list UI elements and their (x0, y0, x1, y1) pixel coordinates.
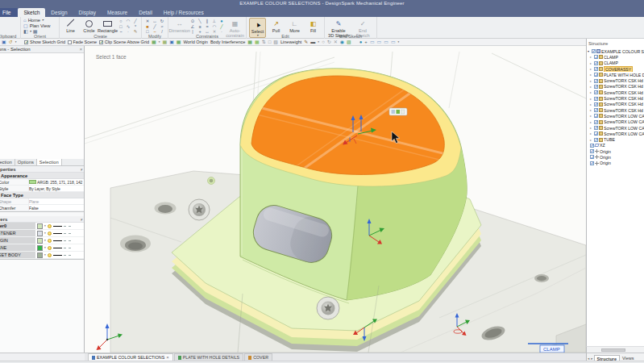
toolbar-icon[interactable]: ▭ (377, 39, 382, 45)
structure-tree-row[interactable]: ▸ ✓ ScrewTORX LOW CAP HE (587, 131, 644, 136)
visibility-checkbox[interactable]: ✓ (594, 61, 598, 65)
layer-visibility-bulb-icon[interactable] (48, 224, 52, 228)
toolbar-icon[interactable]: ▦ (247, 39, 252, 45)
structure-tree-row[interactable]: ▸ ✓ ScrewTORX LOW CAP HE (587, 119, 644, 125)
layer-line-weight[interactable] (64, 240, 71, 241)
structure-tree-row[interactable]: ▸ ✓ COVERASSY (587, 66, 644, 72)
layer-visibility-bulb-icon[interactable] (48, 239, 52, 243)
ribbon-tab[interactable]: File (0, 8, 18, 17)
chevron-down-icon[interactable]: ▾ (318, 40, 319, 44)
left-panel-tab[interactable]: Options (15, 159, 37, 165)
visibility-checkbox[interactable]: ✓ (594, 114, 598, 118)
visibility-checkbox[interactable]: ✓ (594, 79, 598, 83)
structure-hscrollbar[interactable] (586, 346, 644, 353)
chevron-down-icon[interactable]: ▾ (80, 216, 82, 223)
chevron-down-icon[interactable]: ▾ (44, 224, 46, 227)
toolbar-icon[interactable]: ▦ (255, 39, 260, 45)
toolbar-icon[interactable]: ▭ (391, 39, 396, 45)
rectangle-tool-button[interactable]: Rectangle (99, 18, 116, 35)
visibility-checkbox[interactable]: ✓ (594, 97, 598, 101)
structure-tree-row[interactable]: ▸ ✓ CLAMP (587, 60, 644, 66)
ribbon-tab[interactable]: Design (45, 8, 73, 17)
toolbar-icon[interactable]: ↺ (9, 39, 13, 45)
home-button[interactable]: ⌂Home▾ (23, 18, 56, 23)
layer-line-weight[interactable] (64, 255, 71, 256)
ribbon-tab[interactable]: Detail (133, 8, 158, 17)
toolbar-checkbox[interactable]: ✓Clip Scene Above Grid (99, 40, 149, 44)
ribbon-tab[interactable]: Sketch (18, 8, 45, 17)
checkbox-box[interactable]: ✓ (99, 40, 103, 44)
toolbar-icon[interactable]: ▣ (169, 39, 174, 45)
toolbar-text-button[interactable]: World Origin (183, 40, 207, 44)
structure-tree-row[interactable]: ▸ ✓ ScrewTORX CSK Hd ISO 1 (587, 95, 644, 101)
visibility-checkbox[interactable]: ✓ (594, 126, 598, 130)
panel-pin-icon[interactable]: × (79, 46, 82, 53)
layer-color-swatch[interactable] (37, 231, 43, 236)
scrollbar-thumb[interactable] (601, 348, 625, 352)
expand-icon[interactable]: ▸ (590, 79, 593, 83)
structure-tree-row[interactable]: ✓ XZ (587, 143, 644, 148)
structure-tree-row[interactable]: ▸ ✓ TUBE (587, 136, 644, 142)
structure-tree-row[interactable]: ✓ Origin (587, 154, 644, 160)
color-swatch[interactable] (29, 180, 36, 184)
visibility-checkbox[interactable]: ✓ (594, 120, 598, 124)
visibility-checkbox[interactable]: ✓ (590, 144, 594, 148)
layer-line-style[interactable] (53, 226, 62, 227)
document-tab[interactable]: PLATE WITH HOLE DETAILS (174, 353, 243, 361)
clipboard-tool-icon[interactable]: ■ (0, 23, 18, 28)
toolbar-icon[interactable]: ✕ (334, 39, 338, 45)
layer-row[interactable]: Layer0 ▾ (0, 223, 84, 230)
visibility-checkbox[interactable]: ✓ (594, 131, 598, 136)
expand-icon[interactable]: ▸ (590, 90, 593, 94)
structure-tree-row[interactable]: ▸ ✓ ScrewTORX CSK Hd ISO 1 (587, 77, 644, 83)
expand-icon[interactable]: ▸ (590, 61, 593, 65)
toolbar-icon[interactable]: ⇅ (262, 39, 266, 45)
toolbar-icon[interactable]: ▣ (2, 39, 6, 45)
structure-tree-row[interactable]: ▸ ✓ ScrewTORX LOW CAP HE (587, 125, 644, 131)
structure-tree-row[interactable]: ▸ ✓ PLATE WITH HOLE DETAILS (587, 72, 644, 77)
toolbar-icon[interactable]: ▦ (152, 39, 156, 45)
expand-icon[interactable]: ▸ (590, 131, 593, 136)
chevron-down-icon[interactable]: ▾ (159, 40, 160, 44)
circle-tool-button[interactable]: Circle (81, 18, 98, 35)
toolbar-text-button[interactable]: Body Interference (210, 40, 245, 44)
expand-icon[interactable]: ▸ (590, 126, 593, 130)
expand-icon[interactable]: ▸ (590, 73, 593, 77)
expand-icon[interactable]: ▸ (590, 114, 593, 118)
visibility-checkbox[interactable]: ✓ (590, 149, 594, 153)
chevron-down-icon[interactable]: ▾ (44, 246, 46, 249)
toolbar-icon[interactable]: ○ (322, 39, 325, 45)
visibility-checkbox[interactable]: ✓ (592, 49, 596, 53)
layer-line-weight[interactable] (64, 233, 71, 234)
mini-toolbar[interactable] (389, 108, 407, 115)
property-row[interactable]: Chamfer False (0, 205, 84, 211)
layer-visibility-bulb-icon[interactable] (48, 232, 52, 236)
close-icon[interactable]: × (166, 356, 169, 360)
expand-open-icon[interactable]: ▾ (588, 49, 591, 53)
toolbar-icon[interactable]: ✎ (304, 39, 308, 45)
expand-icon[interactable]: ▸ (590, 85, 593, 89)
visibility-checkbox[interactable]: ✓ (594, 102, 598, 106)
checkbox-box[interactable]: ✓ (24, 40, 28, 44)
visibility-checkbox[interactable]: ✓ (594, 73, 598, 77)
chevron-down-icon[interactable]: ▾ (44, 253, 46, 257)
toolbar-icon[interactable]: □ (268, 39, 272, 45)
expand-icon[interactable]: ▸ (590, 120, 593, 124)
structure-tree-row[interactable]: ▸ ✓ ScrewTORX CSK Hd ISO 1 (587, 102, 644, 107)
layer-visibility-bulb-icon[interactable] (48, 246, 52, 250)
expand-icon[interactable]: ▸ (590, 102, 593, 106)
visibility-checkbox[interactable]: ✓ (594, 108, 598, 112)
toolbar-icon[interactable]: ◉ (340, 39, 344, 45)
expand-icon[interactable]: ▸ (590, 55, 593, 59)
chevron-down-icon[interactable]: ▾ (80, 166, 82, 173)
toolbar-checkbox[interactable]: ✓Show Sketch Grid (24, 40, 65, 44)
expand-icon[interactable]: ▸ (590, 67, 593, 71)
visibility-checkbox[interactable]: ✓ (590, 161, 594, 165)
layer-color-swatch[interactable] (37, 238, 43, 244)
toolbar-icon[interactable]: ▭ (370, 39, 375, 45)
ribbon-tab[interactable]: Help / Resources (158, 8, 210, 17)
property-row[interactable]: Color ARGB: 255, 171, 218, 142 (0, 179, 84, 186)
toolbar-icon[interactable]: ● (359, 39, 363, 45)
structure-tree-row[interactable]: ▸ ✓ ScrewTORX CSK Hd ISO 1 (587, 107, 644, 113)
layer-line-style[interactable] (53, 240, 62, 241)
